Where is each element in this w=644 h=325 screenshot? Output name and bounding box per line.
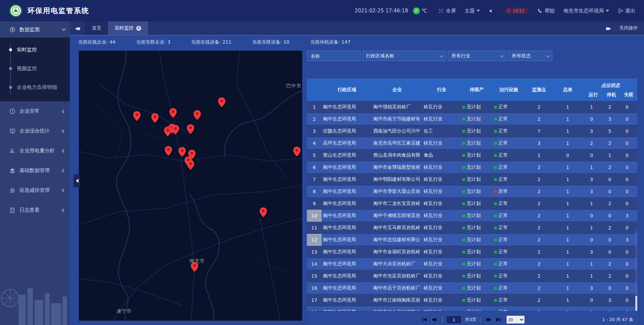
mute-button[interactable] (489, 8, 496, 13)
region-filter-value: 行政区域名称 (366, 53, 394, 59)
table-row[interactable]: 7阆中生态环境局阆中明阳建材有限公司砖瓦行业无计划正常21300 (307, 173, 637, 185)
name-filter-input[interactable] (307, 51, 361, 61)
row-index: 12 (307, 234, 322, 246)
map-pin-icon[interactable] (194, 110, 201, 120)
map-collapse-button[interactable] (74, 175, 80, 187)
cell-meter: 0 (553, 149, 582, 161)
map-pin-icon[interactable] (191, 262, 198, 272)
status-dot-icon (462, 106, 465, 109)
status-dot-icon (494, 238, 497, 241)
sidebar-item[interactable]: 企业异常 (0, 101, 70, 121)
tab-home[interactable]: 首页 (85, 21, 108, 35)
sidebar-item[interactable]: 基础数据管理 (0, 161, 70, 180)
cell-industry: 砖瓦行业 (422, 294, 461, 306)
last-page-button[interactable] (496, 317, 501, 322)
org-dropdown[interactable]: 南充市生态环境局 (564, 8, 609, 14)
map-pin-icon[interactable] (133, 111, 141, 121)
table-row[interactable]: 18南部生态环境局南部县砖化页岩有限公砖瓦行业无计划正常21120 (307, 306, 637, 311)
cell-facility-status: 正常 (493, 210, 525, 222)
table-row[interactable]: 5营山生态环境局营山县润丰肉食品有限食品无计划正常10010 (307, 149, 637, 161)
next-page-button[interactable] (486, 317, 491, 322)
map-pin-icon[interactable] (218, 97, 225, 107)
tabs-scroll-right-button[interactable]: ▶▶ (606, 26, 611, 31)
sidebar-subitem-label: 视频监控 (17, 65, 37, 72)
map-pin-icon[interactable] (172, 125, 179, 135)
filter-bar: 行政区域名称 所有行业 所有状态 (307, 51, 637, 61)
region-filter-select[interactable]: 行政区域名称 (362, 51, 446, 61)
close-icon[interactable]: × (136, 26, 141, 31)
map-pin-icon[interactable] (293, 147, 301, 157)
tabs-scroll-left-button[interactable]: ◀◀ (70, 21, 85, 35)
fullscreen-label: 全屏 (446, 8, 456, 14)
status-dot-icon (462, 299, 465, 302)
status-filter-select[interactable]: 所有状态 (508, 51, 552, 61)
prev-page-button[interactable] (432, 317, 437, 322)
notifications-button[interactable]: 2632 (504, 7, 529, 14)
map-panel[interactable]: 巴中市南充市遂宁市 (79, 51, 302, 321)
table-row[interactable]: 13阆中生态环境局阆中市金福旺页岩机砖砖瓦行业无计划正常21300 (307, 246, 637, 258)
tab-realtime-monitoring[interactable]: 实时监控 × (108, 21, 148, 35)
table-row[interactable]: 10阆中生态环境局阆中千佛镇五郎垭页岩砖瓦行业无计划正常21003 (307, 210, 637, 222)
map-pin-icon[interactable] (165, 146, 172, 156)
page-size-select[interactable]: 20 (506, 316, 525, 324)
map-pin-icon[interactable] (260, 207, 267, 217)
city-label: 巴中市 (286, 83, 301, 89)
map-pin-icon[interactable] (151, 113, 159, 123)
table-row[interactable]: 12阆中生态环境局阆中市忠信建材有限公砖瓦行业无计划正常21003 (307, 234, 637, 246)
doc-icon (9, 207, 15, 213)
sidebar-item[interactable]: 企业用电量分析 (0, 141, 70, 161)
cell-running: 1 (582, 258, 601, 270)
cell-industry: 砖瓦行业 (422, 161, 461, 173)
map-pin-icon[interactable] (187, 124, 194, 134)
sidebar-item[interactable]: 日志查看 (0, 200, 70, 220)
table-row[interactable]: 6阆中生态环境局阆中市金博瑞新型墙材砖瓦行业无计划正常21120 (307, 161, 637, 173)
table-row[interactable]: 9阆中生态环境局阆中市二龙长宝页岩砖砖瓦行业无计划正常21120 (307, 198, 637, 210)
industry-filter-select[interactable]: 所有行业 (448, 51, 506, 61)
scrollbar-thumb[interactable] (635, 296, 637, 311)
cell-company: 阆中强锐页岩砖厂 (372, 101, 422, 113)
table-row[interactable]: 16阆中生态环境局阆中市石子页岩机砖厂砖瓦行业无计划正常21300 (307, 282, 637, 294)
cell-company: 阆中市南方节能建材有 (372, 113, 422, 125)
sidebar-subitem[interactable]: 企业电力负荷明细 (0, 78, 70, 97)
sidebar-item[interactable]: 企业综合统计 (0, 121, 70, 141)
sidebar-item-data-monitoring[interactable]: 数据监测 (0, 21, 70, 38)
fullscreen-button[interactable]: 全屏 (438, 8, 456, 14)
temperature-badge: 0 (413, 7, 420, 14)
cell-company: 阆中市枣碧大梁山页岩 (372, 185, 422, 198)
close-actions-button[interactable]: 关闭操作 (619, 25, 638, 31)
cell-running: 1 (582, 270, 601, 282)
theme-dropdown[interactable]: 主题 (465, 8, 480, 14)
first-page-button[interactable] (422, 317, 427, 322)
table-row[interactable]: 17阆中生态环境局阆中市江南镇阆南页岩砖瓦行业无计划正常21030 (307, 294, 637, 306)
table-row[interactable]: 11阆中生态环境局阆中市五马桥页岩机砖砖瓦行业无计划正常21120 (307, 222, 637, 234)
table-row[interactable]: 1阆中生态环境局阆中强锐页岩砖厂砖瓦行业无计划正常21120 (307, 101, 637, 113)
table-row[interactable]: 15阆中生态环境局阆中市光富页岩机砖厂砖瓦行业无计划正常21120 (307, 270, 637, 282)
map-pin-icon[interactable] (178, 147, 186, 157)
status-dot-icon (494, 287, 497, 290)
cell-stopped: 5 (601, 125, 619, 137)
table-row[interactable]: 4高坪生态环境局南充市高坪区王家店建砖瓦行业无计划正常31220 (307, 137, 637, 149)
help-button[interactable]: 帮助 (537, 8, 555, 14)
logout-button[interactable]: 退出 (618, 8, 635, 14)
cell-stopped: 2 (601, 270, 619, 282)
table-row[interactable]: 8阆中生态环境局阆中市枣碧大梁山页岩砖瓦行业无计划异常21300 (307, 185, 637, 198)
table-row[interactable]: 3仪陇生态环境局西南油气田分公司川中化工无计划正常71350 (307, 125, 637, 137)
sidebar-subitem[interactable]: 实时监控 (0, 40, 70, 59)
status-dot-icon (494, 263, 497, 266)
row-index: 16 (307, 282, 322, 294)
cell-region: 阆中生态环境局 (322, 294, 372, 306)
map-pin-icon[interactable] (187, 160, 194, 170)
cell-offline: 3 (619, 210, 636, 222)
table-scrollbar[interactable] (635, 229, 637, 311)
row-index: 7 (307, 173, 322, 185)
cell-meter: 1 (553, 294, 582, 306)
table-row[interactable]: 14阆中生态环境局阆中大兴页岩机砖厂砖瓦行业无计划正常21120 (307, 258, 637, 270)
map-pin-icon[interactable] (169, 108, 177, 118)
sidebar-subitem[interactable]: 视频监控 (0, 59, 70, 78)
table-row[interactable]: 2阆中生态环境局阆中市南方节能建材有砖瓦行业无计划正常21030 (307, 113, 637, 125)
cell-facility-status: 正常 (493, 306, 525, 311)
page-number-input[interactable] (446, 316, 462, 324)
sidebar-item[interactable]: 应急减排管理 (0, 180, 70, 200)
help-label: 帮助 (545, 8, 555, 14)
row-index: 14 (307, 258, 322, 270)
